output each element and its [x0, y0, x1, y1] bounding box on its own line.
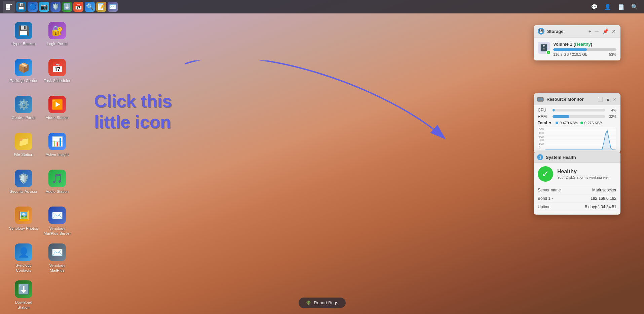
health-info-table: Server name Mariusdocker Bond 1 - 192.16…: [538, 186, 616, 211]
desktop-icon-hyper-backup[interactable]: 💾 Hyper Backup: [7, 18, 40, 55]
cpu-row: CPU 4%: [538, 108, 616, 113]
resource-monitor-title: Resource Monitor: [546, 97, 584, 102]
desktop-icon-login-portal[interactable]: 🔐 Login Portal: [40, 18, 74, 55]
login-portal-label: Login Portal: [47, 41, 67, 46]
taskbar-calendar[interactable]: 📅: [73, 2, 83, 12]
volume-stats: 116.2 GB / 219.1 GB 53%: [553, 52, 616, 56]
desktop-icon-download-station[interactable]: ⬇️ Download Station: [7, 277, 40, 314]
volume-name: Volume 1 (Healthy): [553, 42, 616, 47]
search-icon[interactable]: 🔍: [629, 1, 640, 12]
volume-progress-bar: [553, 48, 616, 51]
audio-station-icon: 🎵: [48, 170, 66, 187]
svg-rect-3: [6, 6, 8, 8]
health-status-sub: Your DiskStation is working well.: [557, 175, 610, 179]
health-bond-row: Bond 1 - 192.168.0.182: [538, 194, 616, 203]
svg-rect-1: [8, 4, 10, 6]
package-center-icon: 📦: [15, 59, 32, 76]
storage-widget-title: Storage: [547, 29, 563, 34]
user-icon[interactable]: 👤: [602, 1, 613, 12]
storage-minimize-button[interactable]: —: [594, 29, 600, 34]
storage-add-button[interactable]: +: [588, 29, 592, 34]
video-station-label: Video Station: [46, 115, 69, 120]
report-bugs-button[interactable]: ✳️ Report Bugs: [298, 298, 345, 308]
resource-expand-button[interactable]: ⬜: [597, 97, 604, 102]
network-graph: 500 400 300 200 100 0: [538, 127, 616, 150]
taskbar-note[interactable]: 📝: [96, 2, 106, 12]
total-row: Total ▼ 0.479 KB/s 0.275 KB/s: [538, 121, 616, 125]
resource-monitor-header: Resource Monitor ⬜ ▲ ✕: [534, 93, 620, 105]
storage-header-icon: 💾: [538, 28, 544, 35]
desktop-icon-control-panel[interactable]: ⚙️ Control Panel: [7, 92, 40, 129]
health-status-info: Healthy Your DiskStation is working well…: [557, 169, 610, 179]
download-dot: [580, 122, 583, 124]
desktop-icon-synology-contacts[interactable]: 👤 Synology Contacts: [7, 240, 40, 277]
chat-icon[interactable]: 💬: [589, 1, 600, 12]
uptime-val: 5 day(s) 04:34:51: [585, 205, 616, 209]
health-header-icon: ℹ: [537, 154, 543, 160]
taskbar-mail[interactable]: ✉️: [108, 2, 118, 12]
cpu-bar-fill: [553, 109, 555, 111]
desktop-icon-synology-mailplus[interactable]: ✉️ Synology MailPlus: [40, 240, 74, 277]
desktop-icon-mailplus-server[interactable]: ✉️ Synology MailPlus Server: [40, 203, 74, 240]
control-panel-icon: ⚙️: [15, 96, 32, 113]
download-station-label: Download Station: [8, 300, 39, 310]
ram-label: RAM: [538, 114, 551, 119]
video-station-icon: ▶️: [48, 96, 66, 113]
resource-monitor-body: CPU 4% RAM 32% Total ▼ 0.479 KB/s 0.275 …: [534, 105, 620, 153]
desktop-icon-active-insight[interactable]: 📊 Active Insight: [40, 129, 74, 166]
storage-widget-controls: + — 📌 ✕: [588, 29, 616, 34]
desktop-icon-video-station[interactable]: ▶️ Video Station: [40, 92, 74, 129]
storage-pin-button[interactable]: 📌: [602, 29, 609, 34]
storage-body: 🗄️ ✓ Volume 1 (Healthy) 116.2 GB / 219.1…: [534, 38, 620, 60]
storage-close-button[interactable]: ✕: [611, 29, 616, 34]
notifications-icon[interactable]: 🗒️: [616, 1, 627, 12]
control-panel-label: Control Panel: [12, 115, 35, 120]
taskbar-hyper-backup[interactable]: 💾: [16, 2, 26, 12]
taskbar-finder[interactable]: 🔍: [85, 2, 95, 12]
total-label: Total ▼: [538, 121, 552, 125]
app-grid-button[interactable]: [3, 1, 15, 13]
ram-pct: 32%: [607, 115, 616, 119]
graph-labels: 500 400 300 200 100 0: [539, 127, 544, 150]
synology-contacts-icon: 👤: [15, 243, 32, 261]
login-portal-icon: 🔐: [48, 22, 66, 39]
desktop-icon-audio-station[interactable]: 🎵 Audio Station: [40, 166, 74, 203]
synology-photos-icon: 🖼️: [15, 207, 32, 224]
synology-mailplus-label: Synology MailPlus: [42, 263, 72, 273]
security-advisor-icon: 🛡️: [15, 170, 32, 187]
desktop-icon-file-station[interactable]: 📁 File Station: [7, 129, 40, 166]
taskbar-security[interactable]: 🛡️: [50, 2, 61, 12]
volume-used-label: 116.2 GB / 219.1 GB: [553, 52, 588, 56]
health-uptime-row: Uptime 5 day(s) 04:34:51: [538, 203, 616, 211]
mailplus-server-label: Synology MailPlus Server: [42, 226, 72, 236]
taskbar-right: 💬 👤 🗒️ 🔍: [589, 1, 644, 12]
report-bugs-icon: ✳️: [306, 300, 311, 305]
taskbar-surveillance[interactable]: 📷: [39, 2, 49, 12]
resource-monitor-controls: ⬜ ▲ ✕: [597, 97, 617, 102]
security-advisor-label: Security Advisor: [10, 189, 37, 194]
active-insight-label: Active Insight: [46, 152, 69, 157]
resource-minimize-button[interactable]: ▲: [605, 97, 611, 102]
svg-rect-5: [6, 8, 8, 10]
svg-rect-0: [6, 4, 8, 6]
taskbar-download[interactable]: ⬇️: [62, 2, 72, 12]
taskbar-ds[interactable]: 🔵: [28, 2, 38, 12]
svg-rect-4: [8, 6, 10, 8]
desktop-icon-task-scheduler[interactable]: 📅 Task Scheduler: [40, 55, 74, 92]
server-name-key: Server name: [538, 188, 561, 192]
ram-bar-fill: [553, 115, 569, 118]
storage-widget: 💾 Storage + — 📌 ✕ 🗄️ ✓ Volume 1 (Healthy…: [534, 25, 620, 60]
taskbar: 💾 🔵 📷 🛡️ ⬇️ 📅 🔍 📝 ✉️ 💬 👤 🗒️ 🔍: [0, 0, 644, 13]
health-widget-body: ✓ Healthy Your DiskStation is working we…: [534, 163, 620, 215]
bond-val: 192.168.0.182: [591, 196, 616, 201]
desktop-icon-synology-photos[interactable]: 🖼️ Synology Photos: [7, 203, 40, 240]
volume-progress-fill: [553, 48, 587, 51]
desktop-icon-security-advisor[interactable]: 🛡️ Security Advisor: [7, 166, 40, 203]
hyper-backup-icon: 💾: [15, 22, 32, 39]
resource-close-button[interactable]: ✕: [612, 97, 617, 102]
volume-healthy-text: Healthy: [575, 42, 591, 47]
svg-rect-2: [10, 4, 12, 5]
file-station-icon: 📁: [15, 133, 32, 150]
desktop-icon-package-center[interactable]: 📦 Package Center: [7, 55, 40, 92]
volume-healthy-check: ✓: [546, 50, 551, 55]
